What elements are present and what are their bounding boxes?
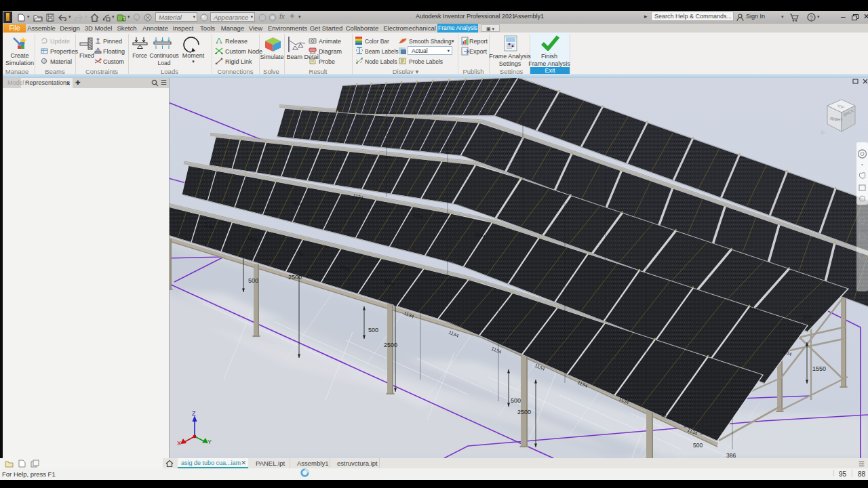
svg-text:500: 500 [802,313,812,320]
svg-text:X: X [177,440,181,447]
svg-text:500: 500 [248,277,258,284]
svg-text:500: 500 [368,327,378,333]
svg-text:560: 560 [700,429,709,436]
svg-text:Y: Y [208,439,212,445]
svg-text:s: s [122,17,125,22]
svg-text:2500: 2500 [288,274,302,281]
svg-text:500: 500 [693,442,703,449]
svg-text:386: 386 [726,452,736,458]
svg-text:1550: 1550 [812,365,826,372]
svg-text:2500: 2500 [517,409,531,415]
svg-text:?: ? [810,14,813,21]
svg-text:Z: Z [192,410,196,417]
svg-text:2500: 2500 [384,342,397,348]
svg-text:500: 500 [511,397,521,404]
